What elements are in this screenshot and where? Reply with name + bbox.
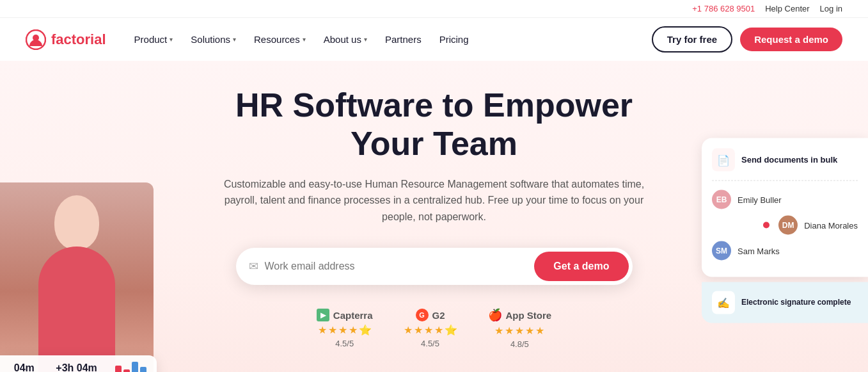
active-indicator bbox=[763, 222, 769, 229]
phone-number[interactable]: +1 786 628 9501 bbox=[692, 4, 755, 13]
capterra-icon: ▶ bbox=[317, 309, 329, 321]
doc-divider bbox=[712, 181, 858, 181]
apple-icon: 🍎 bbox=[488, 308, 502, 322]
person-name-emily: Emily Buller bbox=[738, 195, 782, 204]
rating-capterra: ▶ Capterra ★ ★ ★ ★ ⭐ 4.5/5 bbox=[317, 309, 373, 348]
try-free-button[interactable]: Try for free bbox=[652, 26, 732, 53]
hero-person-image bbox=[0, 182, 154, 372]
hero-title: HR Software to Empower Your Team bbox=[217, 86, 652, 163]
signature-icon: ✍ bbox=[717, 296, 730, 309]
bar-4 bbox=[140, 367, 146, 372]
hero-center: HR Software to Empower Your Team Customi… bbox=[204, 86, 665, 349]
doc-title: Send documents in bulk bbox=[741, 154, 837, 165]
email-input[interactable] bbox=[265, 261, 535, 272]
bar-2 bbox=[123, 369, 130, 372]
get-demo-button[interactable]: Get a demo bbox=[534, 252, 628, 281]
g2-stars: ★ ★ ★ ★ ⭐ bbox=[404, 324, 457, 336]
bar-1 bbox=[115, 366, 122, 372]
person-name-diana: Diana Morales bbox=[804, 220, 858, 230]
nav-item-partners[interactable]: Partners bbox=[377, 29, 429, 50]
person-row-sam: SM Sam Marks bbox=[712, 241, 858, 261]
mail-icon: ✉ bbox=[249, 259, 258, 273]
signature-text: Electronic signature complete bbox=[741, 298, 851, 308]
capterra-score: 4.5/5 bbox=[335, 339, 354, 348]
logo-icon bbox=[26, 29, 46, 50]
bar-3 bbox=[132, 362, 138, 372]
g2-brand: G G2 bbox=[416, 309, 445, 321]
nav-item-resources[interactable]: Resources ▾ bbox=[246, 29, 313, 50]
help-center-link[interactable]: Help Center bbox=[765, 4, 809, 13]
person-row-emily: EB Emily Buller bbox=[712, 190, 858, 209]
signature-widget: ✍ Electronic signature complete bbox=[702, 282, 868, 323]
person-name-sam: Sam Marks bbox=[738, 246, 780, 255]
appstore-score: 4.8/5 bbox=[510, 339, 529, 349]
capterra-stars: ★ ★ ★ ★ ⭐ bbox=[318, 324, 372, 336]
g2-icon: G bbox=[416, 309, 429, 321]
time-widget: 04m WORKED +3h 04m HOURLY BALANCE bbox=[0, 355, 157, 372]
login-link[interactable]: Log in bbox=[820, 4, 842, 13]
nav-links: Product ▾ Solutions ▾ Resources ▾ About … bbox=[127, 29, 652, 50]
request-demo-button[interactable]: Request a demo bbox=[740, 28, 842, 51]
balance-stat: +3h 04m HOURLY BALANCE bbox=[49, 362, 105, 372]
nav-actions: Try for free Request a demo bbox=[652, 26, 842, 53]
rating-appstore: 🍎 App Store ★ ★ ★ ★ ★ 4.8/5 bbox=[488, 308, 552, 349]
chevron-down-icon: ▾ bbox=[364, 36, 367, 43]
top-bar: +1 786 628 9501 Help Center Log in bbox=[0, 0, 868, 17]
logo[interactable]: factorial bbox=[26, 29, 106, 50]
rating-g2: G G2 ★ ★ ★ ★ ⭐ 4.5/5 bbox=[404, 309, 457, 348]
balance-value: +3h 04m bbox=[49, 362, 105, 372]
time-bars-chart bbox=[115, 362, 146, 372]
chevron-down-icon: ▾ bbox=[303, 36, 306, 43]
nav-item-product[interactable]: Product ▾ bbox=[127, 29, 181, 50]
ratings-row: ▶ Capterra ★ ★ ★ ★ ⭐ 4.5/5 G G2 bbox=[217, 308, 652, 349]
navbar: factorial Product ▾ Solutions ▾ Resource… bbox=[0, 17, 868, 61]
avatar-emily: EB bbox=[712, 190, 731, 209]
worked-value: 04m bbox=[10, 362, 38, 372]
person-photo bbox=[0, 182, 154, 372]
hero-section: 04m WORKED +3h 04m HOURLY BALANCE HR Sof… bbox=[0, 61, 868, 372]
appstore-stars: ★ ★ ★ ★ ★ bbox=[494, 325, 544, 337]
hero-description: Customizable and easy-to-use Human Resou… bbox=[217, 176, 652, 225]
nav-item-solutions[interactable]: Solutions ▾ bbox=[183, 29, 244, 50]
capterra-brand: ▶ Capterra bbox=[317, 309, 373, 321]
document-icon: 📄 bbox=[712, 149, 735, 172]
email-form: ✉ Get a demo bbox=[236, 248, 633, 285]
nav-item-about[interactable]: About us ▾ bbox=[316, 29, 375, 50]
avatar-diana: DM bbox=[778, 216, 798, 235]
avatar-sam: SM bbox=[712, 241, 731, 261]
g2-score: 4.5/5 bbox=[421, 339, 439, 348]
doc-header: 📄 Send documents in bulk bbox=[712, 149, 858, 172]
chevron-down-icon: ▾ bbox=[170, 36, 173, 43]
nav-item-pricing[interactable]: Pricing bbox=[432, 29, 477, 50]
logo-text: factorial bbox=[51, 31, 106, 48]
chevron-down-icon: ▾ bbox=[233, 36, 236, 43]
signature-icon-box: ✍ bbox=[712, 291, 735, 314]
person-row-diana: DM Diana Morales bbox=[712, 216, 858, 235]
worked-stat: 04m WORKED bbox=[10, 362, 38, 372]
appstore-brand: 🍎 App Store bbox=[488, 308, 552, 322]
documents-widget: 📄 Send documents in bulk EB Emily Buller… bbox=[702, 138, 868, 277]
right-widget-panel: 📄 Send documents in bulk EB Emily Buller… bbox=[702, 138, 868, 323]
